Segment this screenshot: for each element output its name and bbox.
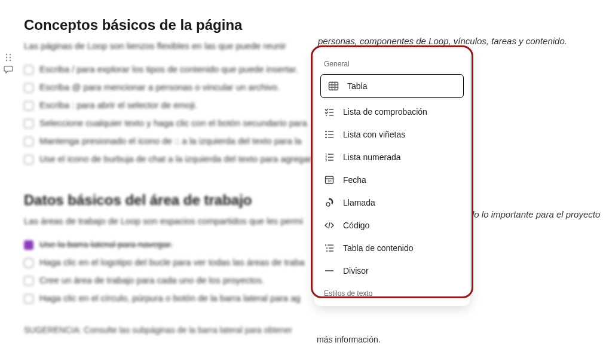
svg-point-2: [6, 57, 7, 58]
checkbox-icon[interactable]: [24, 240, 33, 250]
list-item[interactable]: Cree un área de trabajo para cada uno de…: [24, 271, 582, 289]
svg-point-3: [10, 57, 11, 58]
menu-item-llamada[interactable]: Llamada: [314, 191, 470, 214]
menu-item-toc[interactable]: Tabla de contenido: [314, 237, 470, 259]
list-item-label: Haga clic en el círculo, púrpura o botón…: [39, 293, 301, 303]
checkbox-icon[interactable]: [24, 83, 33, 93]
page-title-2: Datos básicos del área de trabajo: [24, 192, 582, 209]
menu-item-label: Fecha: [343, 175, 366, 185]
menu-item-codigo[interactable]: Código: [314, 214, 470, 237]
page-title-1: Conceptos básicos de la página: [24, 17, 582, 33]
suggestion-text: SUGERENCIA: Consulte las subpáginas de l…: [24, 325, 582, 335]
drag-handle-icon[interactable]: [4, 53, 13, 62]
menu-item-divisor[interactable]: Divisor: [314, 259, 470, 282]
suggestion-trailing: más información.: [317, 335, 381, 344]
list-item[interactable]: Escriba : para abrir el selector de emoj…: [24, 96, 582, 114]
list-item-label: Escriba / para explorar los tipos de con…: [39, 64, 298, 74]
divider-icon: [324, 265, 335, 276]
list-item-label: Escriba : para abrir el selector de emoj…: [39, 100, 197, 110]
list-item-label: Mantenga presionado el icono de :: a la …: [39, 136, 302, 146]
svg-point-5: [10, 60, 11, 61]
list-item-label: Seleccione cualquier texto y haga clic c…: [39, 118, 307, 128]
checkbox-icon[interactable]: [24, 294, 33, 304]
intro-trailing-1: personas, componentes de Loop, vínculos,…: [318, 36, 567, 46]
list-item-label: Use el icono de burbuja de chat a la izq…: [39, 154, 311, 164]
menu-item-label: Tabla de contenido: [343, 243, 414, 253]
menu-item-checklist[interactable]: Lista de comprobación: [314, 100, 470, 123]
svg-point-34: [326, 247, 328, 249]
table-icon: [328, 81, 339, 91]
list-item[interactable]: Use la barra lateral para navegar.: [24, 235, 582, 253]
menu-item-label: Código: [343, 221, 369, 230]
menu-item-label: Lista con viñetas: [343, 130, 405, 139]
list-item[interactable]: Mantenga presionado el icono de :: a la …: [24, 132, 582, 150]
list-item[interactable]: Seleccione cualquier texto y haga clic c…: [24, 114, 582, 132]
menu-item-label: Lista numerada: [343, 152, 401, 162]
code-icon: [324, 220, 335, 231]
toc-icon: [324, 243, 335, 253]
comment-icon[interactable]: [4, 65, 13, 74]
menu-section-styles: Estilos de texto: [314, 286, 470, 301]
menu-item-label: Lista de comprobación: [343, 107, 427, 117]
svg-point-32: [325, 244, 326, 246]
list-item[interactable]: Haga clic en el logotipo del bucle para …: [24, 253, 582, 271]
svg-point-0: [6, 54, 7, 55]
list-item-label: Use la barra lateral para navegar.: [39, 239, 173, 249]
svg-point-30: [326, 203, 330, 206]
list-item-label: Haga clic en el logotipo del bucle para …: [39, 257, 305, 267]
list-item[interactable]: Escriba / para explorar los tipos de con…: [24, 60, 582, 78]
menu-item-tabla[interactable]: Tabla: [320, 74, 464, 98]
intro-trailing-2: lo lo importante para el proyecto: [472, 209, 600, 219]
svg-text:10: 10: [328, 179, 332, 183]
list-item[interactable]: Escriba @ para mencionar a personas o vi…: [24, 78, 582, 96]
menu-item-label: Tabla: [347, 81, 367, 91]
list-item[interactable]: Use el icono de burbuja de chat a la izq…: [24, 150, 582, 168]
bullet-list-icon: [324, 129, 335, 140]
svg-point-17: [325, 134, 327, 136]
checkbox-icon[interactable]: [24, 101, 33, 111]
list-item[interactable]: Haga clic en el círculo, púrpura o botón…: [24, 289, 582, 307]
list-item-label: Cree un área de trabajo para cada uno de…: [39, 275, 264, 285]
call-icon: [324, 197, 335, 208]
svg-point-4: [6, 60, 7, 61]
date-icon: 10: [324, 175, 335, 185]
menu-section-general: General: [314, 56, 470, 72]
svg-point-15: [325, 131, 327, 133]
checkbox-icon[interactable]: [24, 119, 33, 129]
checkbox-icon[interactable]: [24, 65, 33, 75]
menu-item-fecha[interactable]: 10 Fecha: [314, 169, 470, 191]
menu-item-bullet-list[interactable]: Lista con viñetas: [314, 123, 470, 146]
numbered-list-icon: 123: [324, 152, 335, 163]
checkbox-icon[interactable]: [24, 276, 33, 286]
insert-menu[interactable]: General Tabla Lista de comprobación List…: [314, 49, 470, 306]
menu-item-numbered-list[interactable]: 123 Lista numerada: [314, 146, 470, 169]
svg-line-31: [329, 222, 330, 228]
svg-point-19: [325, 137, 327, 139]
svg-rect-6: [329, 82, 338, 90]
svg-point-36: [326, 250, 328, 252]
checklist-icon: [324, 106, 335, 117]
menu-item-label: Divisor: [343, 266, 369, 276]
svg-point-14: [326, 115, 327, 116]
checkbox-icon[interactable]: [24, 258, 33, 268]
svg-text:3: 3: [325, 158, 328, 162]
checkbox-icon[interactable]: [24, 137, 33, 146]
list-item-label: Escriba @ para mencionar a personas o vi…: [39, 82, 280, 92]
svg-point-1: [10, 54, 11, 55]
checkbox-icon[interactable]: [24, 155, 33, 164]
menu-item-label: Llamada: [343, 198, 375, 207]
